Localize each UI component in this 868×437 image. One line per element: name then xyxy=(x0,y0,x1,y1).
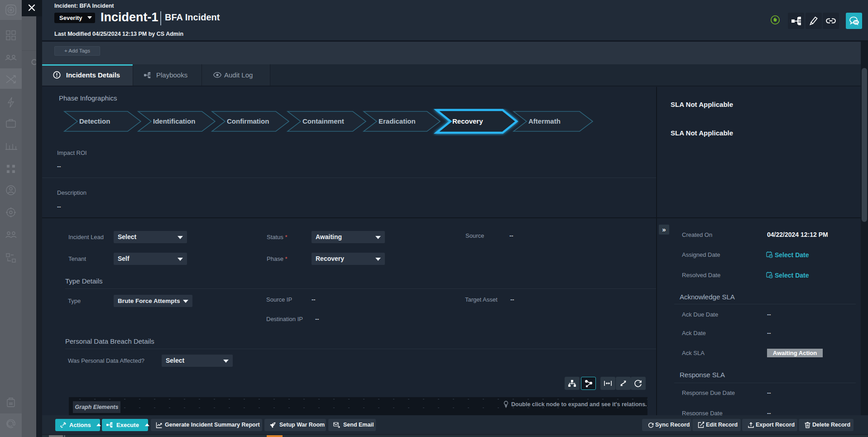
svg-text:Aftermath: Aftermath xyxy=(528,117,561,125)
svg-text:Containment: Containment xyxy=(302,117,344,125)
svg-text:Confirmation: Confirmation xyxy=(227,117,269,125)
svg-text:Detection: Detection xyxy=(79,117,110,125)
svg-text:Eradication: Eradication xyxy=(379,117,416,125)
svg-text:Identification: Identification xyxy=(153,117,195,125)
svg-text:Recovery: Recovery xyxy=(452,117,483,125)
